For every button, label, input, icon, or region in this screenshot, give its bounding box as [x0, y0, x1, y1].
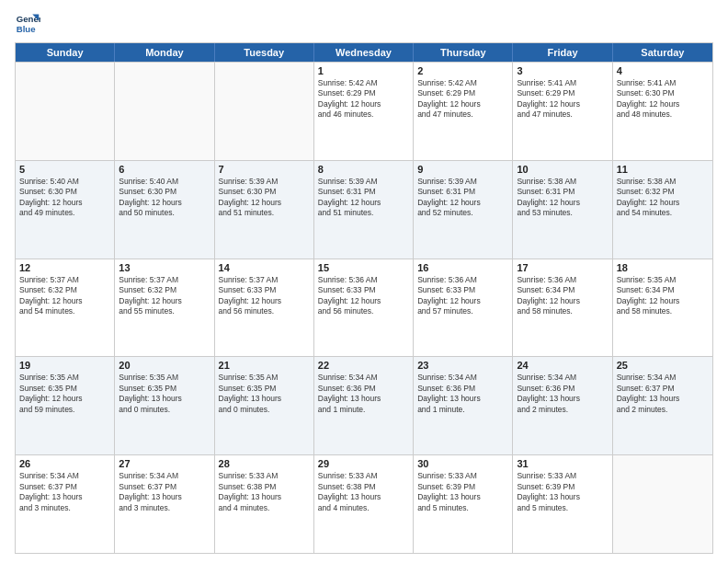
day-cell-16: 16Sunrise: 5:36 AM Sunset: 6:33 PM Dayli… — [414, 259, 513, 357]
header-cell-tuesday: Tuesday — [215, 43, 314, 62]
day-cell-1: 1Sunrise: 5:42 AM Sunset: 6:29 PM Daylig… — [314, 63, 414, 160]
day-number: 28 — [219, 458, 310, 469]
day-cell-15: 15Sunrise: 5:36 AM Sunset: 6:33 PM Dayli… — [314, 259, 414, 357]
calendar: SundayMondayTuesdayWednesdayThursdayFrid… — [15, 42, 713, 554]
empty-cell — [115, 63, 214, 160]
day-info: Sunrise: 5:34 AM Sunset: 6:36 PM Dayligh… — [318, 373, 409, 415]
day-info: Sunrise: 5:41 AM Sunset: 6:29 PM Dayligh… — [517, 78, 608, 121]
page: General Blue SundayMondayTuesdayWednesda… — [0, 0, 728, 563]
day-number: 9 — [417, 164, 508, 175]
day-info: Sunrise: 5:33 AM Sunset: 6:38 PM Dayligh… — [318, 471, 409, 513]
header-cell-monday: Monday — [115, 43, 214, 62]
day-info: Sunrise: 5:37 AM Sunset: 6:33 PM Dayligh… — [219, 275, 310, 317]
calendar-week-5: 26Sunrise: 5:34 AM Sunset: 6:37 PM Dayli… — [16, 454, 712, 553]
header-cell-wednesday: Wednesday — [314, 43, 414, 62]
day-cell-24: 24Sunrise: 5:34 AM Sunset: 6:36 PM Dayli… — [513, 357, 612, 454]
logo: General Blue — [15, 11, 40, 37]
day-cell-21: 21Sunrise: 5:35 AM Sunset: 6:35 PM Dayli… — [215, 357, 314, 454]
day-number: 3 — [517, 65, 608, 76]
header-cell-sunday: Sunday — [16, 43, 115, 62]
day-info: Sunrise: 5:35 AM Sunset: 6:35 PM Dayligh… — [119, 373, 210, 415]
day-number: 19 — [19, 360, 110, 371]
day-cell-30: 30Sunrise: 5:33 AM Sunset: 6:39 PM Dayli… — [414, 455, 513, 553]
day-number: 17 — [517, 262, 608, 273]
header-cell-saturday: Saturday — [613, 43, 712, 62]
header-cell-thursday: Thursday — [414, 43, 513, 62]
day-number: 31 — [517, 458, 608, 469]
day-info: Sunrise: 5:36 AM Sunset: 6:33 PM Dayligh… — [318, 275, 409, 317]
day-number: 27 — [119, 458, 210, 469]
day-info: Sunrise: 5:41 AM Sunset: 6:30 PM Dayligh… — [617, 78, 709, 121]
day-cell-19: 19Sunrise: 5:35 AM Sunset: 6:35 PM Dayli… — [16, 357, 115, 454]
header-cell-friday: Friday — [513, 43, 612, 62]
day-info: Sunrise: 5:34 AM Sunset: 6:36 PM Dayligh… — [417, 373, 508, 415]
day-cell-29: 29Sunrise: 5:33 AM Sunset: 6:38 PM Dayli… — [314, 455, 414, 553]
day-cell-8: 8Sunrise: 5:39 AM Sunset: 6:31 PM Daylig… — [314, 161, 414, 259]
day-number: 26 — [19, 458, 110, 469]
day-info: Sunrise: 5:37 AM Sunset: 6:32 PM Dayligh… — [119, 275, 210, 317]
day-cell-5: 5Sunrise: 5:40 AM Sunset: 6:30 PM Daylig… — [16, 161, 115, 259]
header: General Blue — [15, 11, 713, 37]
day-cell-25: 25Sunrise: 5:34 AM Sunset: 6:37 PM Dayli… — [613, 357, 712, 454]
day-info: Sunrise: 5:34 AM Sunset: 6:37 PM Dayligh… — [119, 471, 210, 513]
day-info: Sunrise: 5:36 AM Sunset: 6:34 PM Dayligh… — [517, 275, 608, 317]
day-cell-20: 20Sunrise: 5:35 AM Sunset: 6:35 PM Dayli… — [115, 357, 214, 454]
day-number: 23 — [417, 360, 508, 371]
day-cell-4: 4Sunrise: 5:41 AM Sunset: 6:30 PM Daylig… — [613, 63, 712, 160]
logo-icon: General Blue — [15, 11, 40, 37]
day-number: 4 — [617, 65, 709, 76]
empty-cell — [613, 455, 712, 553]
day-info: Sunrise: 5:37 AM Sunset: 6:32 PM Dayligh… — [19, 275, 110, 317]
day-number: 30 — [417, 458, 508, 469]
day-cell-3: 3Sunrise: 5:41 AM Sunset: 6:29 PM Daylig… — [513, 63, 612, 160]
day-info: Sunrise: 5:35 AM Sunset: 6:35 PM Dayligh… — [19, 373, 110, 415]
svg-text:Blue: Blue — [17, 24, 36, 34]
day-info: Sunrise: 5:36 AM Sunset: 6:33 PM Dayligh… — [417, 275, 508, 317]
day-number: 29 — [318, 458, 409, 469]
day-info: Sunrise: 5:42 AM Sunset: 6:29 PM Dayligh… — [318, 78, 409, 121]
day-number: 25 — [617, 360, 709, 371]
empty-cell — [215, 63, 314, 160]
calendar-body: 1Sunrise: 5:42 AM Sunset: 6:29 PM Daylig… — [16, 62, 712, 553]
calendar-week-3: 12Sunrise: 5:37 AM Sunset: 6:32 PM Dayli… — [16, 259, 712, 357]
day-cell-14: 14Sunrise: 5:37 AM Sunset: 6:33 PM Dayli… — [215, 259, 314, 357]
day-number: 20 — [119, 360, 210, 371]
day-cell-10: 10Sunrise: 5:38 AM Sunset: 6:31 PM Dayli… — [513, 161, 612, 259]
day-cell-28: 28Sunrise: 5:33 AM Sunset: 6:38 PM Dayli… — [215, 455, 314, 553]
day-cell-11: 11Sunrise: 5:38 AM Sunset: 6:32 PM Dayli… — [613, 161, 712, 259]
day-cell-9: 9Sunrise: 5:39 AM Sunset: 6:31 PM Daylig… — [414, 161, 513, 259]
day-info: Sunrise: 5:34 AM Sunset: 6:36 PM Dayligh… — [517, 373, 608, 415]
day-info: Sunrise: 5:35 AM Sunset: 6:35 PM Dayligh… — [219, 373, 310, 415]
day-number: 10 — [517, 164, 608, 175]
day-number: 18 — [617, 262, 709, 273]
day-number: 16 — [417, 262, 508, 273]
day-number: 15 — [318, 262, 409, 273]
day-cell-22: 22Sunrise: 5:34 AM Sunset: 6:36 PM Dayli… — [314, 357, 414, 454]
day-cell-27: 27Sunrise: 5:34 AM Sunset: 6:37 PM Dayli… — [115, 455, 214, 553]
day-number: 6 — [119, 164, 210, 175]
day-info: Sunrise: 5:42 AM Sunset: 6:29 PM Dayligh… — [417, 78, 508, 121]
day-info: Sunrise: 5:39 AM Sunset: 6:31 PM Dayligh… — [417, 177, 508, 219]
day-number: 1 — [318, 65, 409, 76]
day-number: 14 — [219, 262, 310, 273]
day-number: 12 — [19, 262, 110, 273]
day-info: Sunrise: 5:33 AM Sunset: 6:38 PM Dayligh… — [219, 471, 310, 513]
calendar-week-1: 1Sunrise: 5:42 AM Sunset: 6:29 PM Daylig… — [16, 62, 712, 160]
day-info: Sunrise: 5:33 AM Sunset: 6:39 PM Dayligh… — [517, 471, 608, 513]
calendar-week-2: 5Sunrise: 5:40 AM Sunset: 6:30 PM Daylig… — [16, 160, 712, 259]
day-cell-23: 23Sunrise: 5:34 AM Sunset: 6:36 PM Dayli… — [414, 357, 513, 454]
day-number: 7 — [219, 164, 310, 175]
day-number: 11 — [617, 164, 709, 175]
day-number: 5 — [19, 164, 110, 175]
calendar-header-row: SundayMondayTuesdayWednesdayThursdayFrid… — [16, 43, 712, 62]
empty-cell — [16, 63, 115, 160]
day-cell-7: 7Sunrise: 5:39 AM Sunset: 6:30 PM Daylig… — [215, 161, 314, 259]
day-info: Sunrise: 5:40 AM Sunset: 6:30 PM Dayligh… — [119, 177, 210, 219]
day-number: 8 — [318, 164, 409, 175]
day-number: 13 — [119, 262, 210, 273]
day-info: Sunrise: 5:33 AM Sunset: 6:39 PM Dayligh… — [417, 471, 508, 513]
day-cell-26: 26Sunrise: 5:34 AM Sunset: 6:37 PM Dayli… — [16, 455, 115, 553]
day-info: Sunrise: 5:34 AM Sunset: 6:37 PM Dayligh… — [19, 471, 110, 513]
day-info: Sunrise: 5:34 AM Sunset: 6:37 PM Dayligh… — [617, 373, 709, 415]
day-info: Sunrise: 5:38 AM Sunset: 6:31 PM Dayligh… — [517, 177, 608, 219]
